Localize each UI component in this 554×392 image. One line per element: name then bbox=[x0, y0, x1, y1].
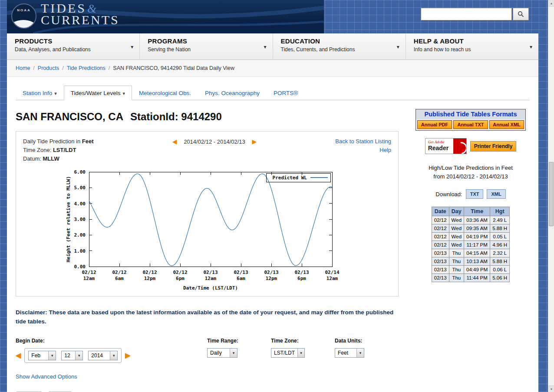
data-units-value: Feet bbox=[335, 350, 356, 356]
month-value: Feb bbox=[29, 352, 48, 359]
svg-text:Predicted WL: Predicted WL bbox=[273, 175, 307, 181]
download-txt-button[interactable]: TXT bbox=[466, 189, 484, 199]
svg-text:02/13: 02/13 bbox=[234, 270, 248, 275]
cell-day: Wed bbox=[449, 224, 464, 233]
col-header-date[interactable]: Date bbox=[432, 207, 449, 216]
breadcrumb-separator: / bbox=[109, 65, 110, 71]
help-link[interactable]: Help bbox=[335, 146, 391, 155]
cell-date: 02/13 bbox=[432, 266, 449, 274]
chevron-down-icon: ▾ bbox=[75, 351, 82, 360]
annual-pdf-button[interactable]: Annual PDF bbox=[417, 120, 452, 129]
cell-date: 02/12 bbox=[432, 241, 449, 249]
tab-label: Tides/Water Levels bbox=[71, 90, 121, 96]
table-row: 02/12 Wed 04:19 PM 0.05 L bbox=[432, 233, 509, 241]
site-header: NOAA TIDES& CURRENTS bbox=[7, 0, 324, 33]
highlow-line1: High/Low Tide Predictions in Feet bbox=[416, 164, 526, 172]
annual-xml-button[interactable]: Annual XML bbox=[489, 120, 524, 129]
cell-day: Thu bbox=[449, 249, 464, 257]
download-xml-button[interactable]: XML bbox=[487, 189, 505, 199]
nav-title: PROGRAMS bbox=[148, 37, 259, 45]
next-date-arrow-icon[interactable]: ▶ bbox=[252, 138, 257, 145]
begin-date-label: Begin Date: bbox=[16, 338, 207, 344]
noaa-logo-text: NOAA bbox=[12, 8, 36, 12]
table-row: 02/12 Wed 09:35 AM 5.88 H bbox=[432, 224, 509, 233]
cell-hgt: 5.88 H bbox=[490, 224, 510, 233]
data-units-select[interactable]: Feet ▾ bbox=[335, 348, 364, 358]
timezone-value: LST/LDT bbox=[53, 147, 76, 153]
cell-hgt: 4.96 H bbox=[490, 241, 510, 249]
tab-station-info[interactable]: Station Info▾ bbox=[16, 86, 64, 100]
search-input[interactable] bbox=[421, 8, 512, 20]
svg-text:02/12: 02/12 bbox=[142, 270, 157, 275]
chart-meta: Daily Tide Prediction in Feet Time Zone:… bbox=[23, 137, 94, 163]
site-search bbox=[421, 8, 529, 20]
nav-title: PRODUCTS bbox=[15, 37, 126, 45]
nav-item-education[interactable]: EDUCATION Tides, Currents, and Predictio… bbox=[273, 33, 406, 59]
prediction-form: Begin Date: ◀ Feb ▾ 12 ▾ bbox=[16, 338, 399, 363]
svg-text:6.00: 6.00 bbox=[74, 169, 86, 175]
chevron-down-icon: ▾ bbox=[54, 91, 57, 96]
adobe-reader-badge[interactable]: Get Adobe Reader bbox=[425, 138, 467, 154]
cell-hgt: 5.88 H bbox=[490, 257, 510, 266]
col-header-time[interactable]: Time bbox=[464, 207, 490, 216]
chart-panel: Daily Tide Prediction in Feet Time Zone:… bbox=[16, 131, 399, 296]
svg-text:2.00: 2.00 bbox=[74, 232, 86, 238]
scrollbar-up-arrow-icon[interactable]: ▲ bbox=[548, 0, 554, 7]
chevron-down-icon: ▾ bbox=[356, 349, 364, 357]
chevron-down-icon: ▾ bbox=[264, 44, 266, 50]
tab-meteorological-obs[interactable]: Meteorological Obs. bbox=[132, 86, 198, 100]
tab-tides-water-levels[interactable]: Tides/Water Levels▾ bbox=[64, 86, 132, 100]
time-zone-value: LST/LDT bbox=[271, 350, 297, 356]
svg-text:12am: 12am bbox=[205, 276, 217, 281]
table-row: 02/13 Thu 11:44 PM 5.06 H bbox=[432, 274, 509, 282]
breadcrumb-separator: / bbox=[62, 65, 63, 71]
col-header-day[interactable]: Day bbox=[449, 207, 464, 216]
time-range-select[interactable]: Daily ▾ bbox=[207, 348, 237, 358]
printer-friendly-button[interactable]: Printer Friendly bbox=[470, 141, 517, 152]
cell-hgt: 0.05 L bbox=[490, 233, 510, 241]
col-header-hgt[interactable]: Hgt bbox=[490, 207, 510, 216]
scrollbar-thumb[interactable] bbox=[549, 162, 554, 226]
disclaimer-text: Disclaimer: These data are based upon th… bbox=[16, 308, 398, 326]
year-select[interactable]: 2014 ▾ bbox=[88, 351, 118, 360]
prev-date-arrow-icon[interactable]: ◀ bbox=[172, 138, 177, 145]
breadcrumb-products[interactable]: Products bbox=[38, 65, 59, 71]
nav-item-products[interactable]: PRODUCTS Data, Analyses, and Publication… bbox=[7, 33, 140, 59]
time-range-label: Time Range: bbox=[207, 338, 271, 344]
breadcrumb-home[interactable]: Home bbox=[16, 65, 30, 71]
breadcrumb-tide-predictions[interactable]: Tide Predictions bbox=[67, 65, 106, 71]
main-column: SAN FRANCISCO, CAStationId: 9414290 Dail… bbox=[16, 100, 399, 392]
prev-day-arrow-icon[interactable]: ◀ bbox=[16, 351, 21, 359]
cell-time: 04:15 AM bbox=[464, 249, 490, 257]
nav-item-help-about[interactable]: HELP & ABOUT Info and how to reach us ▾ bbox=[406, 33, 538, 59]
tab-phys-oceanography[interactable]: Phys. Oceanography bbox=[198, 86, 267, 100]
noaa-logo[interactable]: NOAA bbox=[11, 3, 36, 29]
table-row: 02/13 Thu 10:13 AM 5.88 H bbox=[432, 257, 509, 266]
month-select[interactable]: Feb ▾ bbox=[28, 351, 56, 360]
svg-text:4.00: 4.00 bbox=[74, 201, 86, 207]
search-button[interactable] bbox=[513, 8, 529, 20]
published-tables-title: Published Tide Tables Formats bbox=[416, 109, 525, 119]
day-select[interactable]: 12 ▾ bbox=[61, 351, 83, 360]
nav-item-programs[interactable]: PROGRAMS Serving the Nation ▾ bbox=[140, 33, 273, 59]
vertical-scrollbar[interactable]: ▲ ▼ bbox=[548, 0, 554, 392]
prediction-label: Daily Tide Prediction in bbox=[23, 138, 80, 145]
chevron-down-icon: ▾ bbox=[110, 351, 117, 360]
cell-day: Thu bbox=[449, 266, 464, 274]
nav-subtitle: Data, Analyses, and Publications bbox=[15, 46, 126, 53]
time-zone-select[interactable]: LST/LDT ▾ bbox=[271, 348, 305, 358]
site-title: TIDES& CURRENTS bbox=[41, 1, 119, 27]
back-to-station-listing-link[interactable]: Back to Station Listing bbox=[335, 137, 391, 146]
table-row: 02/12 Wed 11:17 PM 4.96 H bbox=[432, 241, 509, 249]
tab-ports[interactable]: PORTS® bbox=[267, 86, 305, 100]
cell-time: 03:36 AM bbox=[464, 216, 490, 224]
highlow-predictions-caption: High/Low Tide Predictions in Feet from 2… bbox=[416, 164, 526, 181]
show-advanced-options-link[interactable]: Show Advanced Options bbox=[16, 373, 77, 380]
annual-txt-button[interactable]: Annual TXT bbox=[453, 120, 488, 129]
cell-time: 04:19 PM bbox=[464, 233, 490, 241]
chevron-down-icon: ▾ bbox=[530, 44, 532, 50]
station-tabs: Station Info▾ Tides/Water Levels▾ Meteor… bbox=[16, 86, 530, 100]
nav-title: EDUCATION bbox=[281, 37, 392, 45]
scrollbar-down-arrow-icon[interactable]: ▼ bbox=[548, 385, 554, 392]
next-day-arrow-icon[interactable]: ▶ bbox=[125, 351, 130, 359]
